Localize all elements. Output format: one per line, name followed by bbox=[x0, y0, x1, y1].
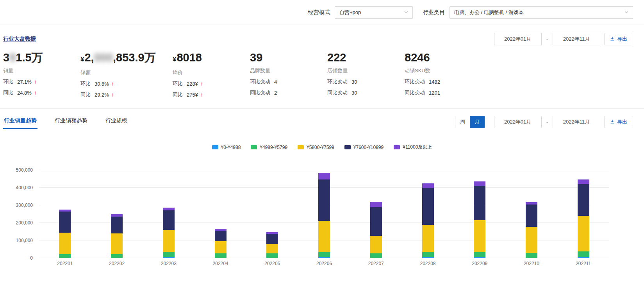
bar-segment bbox=[318, 257, 330, 258]
kpi-value-text: 2, bbox=[84, 51, 94, 64]
bar-segment bbox=[370, 202, 382, 207]
bar-202206 bbox=[318, 173, 330, 258]
overview-section: 行业大盘数据 2022年01月 - 2022年11月 导出 391.5万销量环比… bbox=[0, 25, 644, 108]
overview-date-end[interactable]: 2022年11月 bbox=[553, 33, 600, 45]
kpi-trend-value: 228¥ bbox=[187, 81, 198, 87]
bar-segment bbox=[422, 252, 434, 257]
bar-segment bbox=[111, 233, 123, 254]
kpi-value: 222 bbox=[327, 51, 389, 64]
bar-202211 bbox=[578, 179, 589, 258]
kpi-trend-value: 27.1% bbox=[17, 79, 32, 85]
bar-segment bbox=[526, 258, 537, 258]
kpi-trend-label: 同比 bbox=[3, 89, 13, 96]
kpi-trend-value: 30.8% bbox=[95, 81, 109, 87]
bar-segment bbox=[474, 252, 485, 257]
x-tick-label: 202210 bbox=[524, 261, 539, 266]
kpi-trend-label: 环比 bbox=[173, 80, 183, 87]
period-toggle-周[interactable]: 周 bbox=[455, 116, 470, 128]
kpi-trend-label: 环比 bbox=[80, 80, 91, 87]
kpi-trend-row: 环比变动1482 bbox=[405, 78, 466, 85]
kpi-label: 均价 bbox=[173, 69, 234, 76]
kpi-trend-value: 4 bbox=[274, 79, 277, 85]
bar-segment bbox=[474, 257, 485, 258]
y-tick-label: 200,000 bbox=[16, 220, 33, 226]
up-arrow-icon: ↑ bbox=[200, 91, 203, 98]
bar-202201 bbox=[59, 210, 71, 258]
legend-item[interactable]: ¥11000及以上 bbox=[394, 144, 432, 151]
kpi-card: 8246动销SKU数环比变动1482同比变动1201 bbox=[405, 51, 466, 98]
bar-segment bbox=[215, 231, 227, 241]
up-arrow-icon: ↑ bbox=[111, 91, 114, 98]
y-tick-label: 500,000 bbox=[16, 167, 33, 173]
tab-2[interactable]: 行业销额趋势 bbox=[54, 116, 88, 129]
kpi-label: 品牌数量 bbox=[250, 67, 312, 74]
legend-item[interactable]: ¥0-¥4988 bbox=[212, 145, 241, 150]
kpi-card: ¥2,000,853.9万销额环比30.8%↑同比29.2%↑ bbox=[80, 51, 157, 98]
trend-date-start[interactable]: 2022年01月 bbox=[494, 116, 542, 128]
kpi-trend-value: 29.2% bbox=[95, 92, 109, 98]
mode-select-value: 自营+pop bbox=[339, 9, 361, 16]
tab-1[interactable]: 行业销量趋势 bbox=[3, 116, 37, 129]
y-tick-label: 0 bbox=[30, 255, 33, 261]
legend-item[interactable]: ¥5800-¥7599 bbox=[298, 145, 334, 150]
legend-item[interactable]: ¥7600-¥10999 bbox=[344, 145, 384, 150]
trend-tabs: 行业销量趋势行业销额趋势行业规模 bbox=[3, 116, 128, 129]
up-arrow-icon: ↑ bbox=[200, 81, 203, 87]
bar-segment bbox=[266, 234, 278, 244]
period-toggle: 周月 bbox=[455, 116, 485, 128]
date-range-separator: - bbox=[546, 119, 549, 125]
download-icon bbox=[610, 119, 615, 125]
x-tick-label: 202208 bbox=[420, 261, 435, 266]
up-arrow-icon: ↑ bbox=[34, 79, 37, 85]
kpi-value-redacted: 9 bbox=[9, 51, 16, 64]
kpi-value-text: 3 bbox=[3, 51, 9, 64]
legend-label: ¥0-¥4988 bbox=[221, 145, 241, 150]
bar-202202 bbox=[111, 214, 123, 258]
bar-segment bbox=[578, 251, 589, 257]
chart-y-axis: 0100,000200,000300,000400,000500,000 bbox=[0, 170, 36, 258]
kpi-trend-value: 1201 bbox=[429, 90, 440, 96]
kpi-trend-value: 1482 bbox=[429, 79, 440, 85]
overview-date-start[interactable]: 2022年01月 bbox=[494, 33, 542, 45]
bar-segment bbox=[163, 230, 175, 252]
bar-segment bbox=[370, 258, 382, 258]
bar-segment bbox=[578, 216, 589, 251]
kpi-card: 391.5万销量环比27.1%↑同比24.8%↑ bbox=[3, 51, 65, 98]
bar-202203 bbox=[163, 208, 175, 258]
bar-segment bbox=[526, 227, 537, 253]
export-label: 导出 bbox=[617, 36, 627, 43]
kpi-value-text: ,853.9万 bbox=[113, 51, 156, 64]
x-tick-label: 202211 bbox=[576, 261, 591, 266]
legend-label: ¥7600-¥10999 bbox=[353, 145, 384, 150]
mode-select[interactable]: 自营+pop bbox=[335, 6, 413, 19]
overview-title: 行业大盘数据 bbox=[3, 36, 36, 43]
trend-date-end[interactable]: 2022年11月 bbox=[553, 116, 600, 128]
bar-segment bbox=[215, 241, 227, 253]
kpi-trend-row: 环比变动4 bbox=[250, 78, 312, 85]
kpi-value: ¥8018 bbox=[173, 51, 234, 66]
legend-swatch bbox=[394, 145, 400, 149]
bar-202210 bbox=[526, 202, 537, 258]
bar-segment bbox=[111, 254, 123, 258]
kpi-trend-label: 同比 bbox=[80, 91, 91, 98]
kpi-trend-value: 2 bbox=[274, 90, 277, 96]
overview-export-button[interactable]: 导出 bbox=[604, 33, 633, 45]
bar-segment bbox=[266, 253, 278, 258]
kpi-trend-label: 同比变动 bbox=[405, 89, 425, 96]
kpi-trend-row: 环比30.8%↑ bbox=[80, 80, 157, 87]
up-arrow-icon: ↑ bbox=[111, 81, 114, 87]
chevron-down-icon bbox=[404, 11, 408, 14]
legend-item[interactable]: ¥4989-¥5799 bbox=[251, 145, 287, 150]
bar-segment bbox=[163, 208, 175, 210]
period-toggle-月[interactable]: 月 bbox=[470, 116, 485, 128]
kpi-trend-label: 环比变动 bbox=[250, 78, 270, 85]
bar-slot: 202203 bbox=[143, 170, 194, 258]
bar-segment bbox=[163, 257, 175, 258]
category-select[interactable]: 电脑、办公 / 电脑整机 / 游戏本 bbox=[450, 6, 633, 19]
trend-export-button[interactable]: 导出 bbox=[604, 116, 633, 128]
tab-3[interactable]: 行业规模 bbox=[105, 116, 128, 129]
bar-segment bbox=[370, 236, 382, 253]
bar-segment bbox=[422, 188, 434, 225]
bar-segment bbox=[474, 220, 485, 252]
kpi-trend-value: 24.8% bbox=[17, 90, 32, 96]
